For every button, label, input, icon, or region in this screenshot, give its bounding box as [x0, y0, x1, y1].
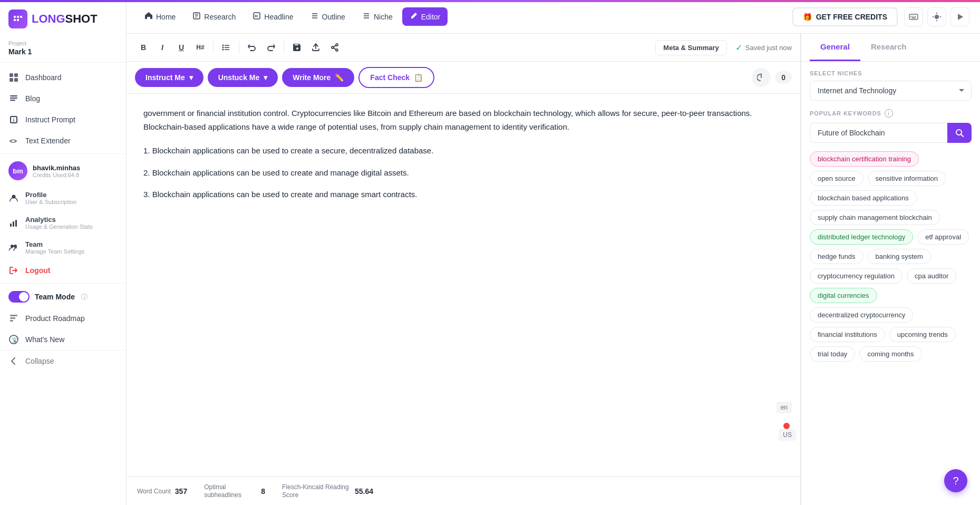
niche-select[interactable]: Internet and Technology — [810, 81, 972, 101]
bold-button[interactable]: B — [135, 39, 152, 56]
keyword-tag[interactable]: financial institutions — [810, 327, 885, 342]
user-section[interactable]: bm bhavik.minhas Credits Used:64.8 — [0, 156, 126, 186]
sidebar-item-text-extender[interactable]: <> Text Extender — [0, 130, 126, 151]
keyword-tag[interactable]: open source — [810, 171, 863, 186]
get-credits-button[interactable]: 🎁 GET FREE CREDITS — [792, 7, 898, 26]
team-mode-item[interactable]: Team Mode ⓘ — [0, 286, 126, 308]
save-button[interactable] — [288, 39, 305, 56]
keyword-tag[interactable]: cryptocurrency regulation — [810, 268, 903, 284]
tab-general[interactable]: General — [810, 34, 860, 61]
keywords-cloud: blockchain certification trainingopen so… — [810, 151, 972, 362]
tab-research[interactable]: Research — [860, 34, 917, 61]
keyword-tag[interactable]: supply chain management blockchain — [810, 210, 940, 225]
underline-button[interactable]: U — [173, 39, 190, 56]
help-fab-button[interactable]: ? — [944, 469, 967, 492]
sidebar-item-team[interactable]: Team Manage Team Settings — [0, 235, 126, 260]
nav-research[interactable]: Research — [185, 7, 243, 26]
export-button[interactable] — [307, 39, 324, 56]
svg-rect-2 — [14, 19, 16, 21]
fact-check-label: Fact Check — [370, 73, 410, 82]
keyword-tag[interactable]: trial today — [810, 346, 855, 362]
right-panel: General Research SELECT NICHES Internet … — [801, 34, 980, 505]
project-name: Mark 1 — [8, 47, 118, 56]
share-button[interactable] — [326, 39, 343, 56]
keyword-tag[interactable]: cpa auditor — [907, 268, 956, 284]
lang-indicator: en — [777, 402, 792, 413]
sidebar-item-profile[interactable]: Profile User & Subscription — [0, 186, 126, 210]
instruct-me-button[interactable]: Instruct Me ▾ — [135, 68, 203, 87]
svg-rect-24 — [10, 320, 13, 322]
user-credits: Credits Used:64.8 — [33, 172, 80, 178]
svg-text:i: i — [13, 118, 15, 123]
svg-rect-4 — [20, 16, 22, 18]
sidebar-item-whats-new[interactable]: 📡 What's New — [0, 329, 126, 350]
keywords-info-icon[interactable]: i — [885, 109, 893, 118]
svg-rect-6 — [14, 73, 18, 77]
dashboard-icon — [8, 72, 19, 83]
research-nav-icon — [192, 12, 201, 22]
toolbar-separator-2 — [239, 41, 239, 54]
svg-rect-7 — [9, 78, 13, 82]
sidebar-item-instruct[interactable]: i Instruct Prompt — [0, 109, 126, 130]
nav-outline[interactable]: Outline — [303, 7, 353, 26]
italic-button[interactable]: I — [154, 39, 171, 56]
keyword-tag[interactable]: hedge funds — [810, 249, 863, 264]
keyword-search-button[interactable] — [947, 123, 972, 143]
heading-button[interactable]: H# — [192, 39, 209, 56]
nav-home[interactable]: Home — [137, 7, 183, 26]
team-mode-toggle[interactable] — [8, 291, 30, 303]
analytics-icon — [8, 218, 19, 228]
keyword-tag[interactable]: digital currencies — [810, 288, 877, 303]
sidebar-item-logout[interactable]: Logout — [0, 260, 126, 281]
keyword-tag[interactable]: blockchain based applications — [810, 190, 917, 206]
logo-text: LONGSHOT — [32, 12, 98, 26]
sidebar-item-product-roadmap[interactable]: Product Roadmap — [0, 308, 126, 329]
unstuck-me-button[interactable]: Unstuck Me ▾ — [208, 68, 278, 87]
svg-rect-8 — [14, 78, 18, 82]
list-button[interactable] — [218, 39, 235, 56]
write-more-button[interactable]: Write More ✏️ — [282, 68, 354, 87]
svg-rect-40 — [910, 16, 911, 17]
collapse-item[interactable]: Collapse — [0, 350, 126, 372]
play-icon-btn[interactable] — [950, 7, 969, 26]
nav-editor[interactable]: Editor — [402, 7, 448, 26]
team-sub: Manage Team Settings — [25, 248, 84, 255]
text-extender-icon: <> — [8, 135, 19, 146]
undo-button[interactable] — [244, 39, 260, 56]
sidebar-item-blog[interactable]: Blog — [0, 88, 126, 109]
nav-headline[interactable]: H Headline — [245, 7, 300, 26]
svg-text:H: H — [255, 14, 258, 18]
sidebar-item-analytics[interactable]: Analytics Usage & Generation Stats — [0, 210, 126, 235]
keyword-search-input[interactable] — [810, 123, 947, 143]
keyboard-icon-btn[interactable] — [904, 7, 923, 26]
action-toolbar: Instruct Me ▾ Unstuck Me ▾ Write More ✏️… — [127, 62, 800, 94]
keyword-tag[interactable]: coming months — [859, 346, 921, 362]
sidebar-item-dashboard[interactable]: Dashboard — [0, 67, 126, 88]
tab-general-label: General — [820, 42, 850, 51]
keyword-tag[interactable]: banking system — [868, 249, 931, 264]
profile-icon — [8, 193, 19, 203]
svg-rect-18 — [15, 220, 17, 227]
optimal-label: Optimal subheadlines — [204, 483, 257, 499]
redo-button[interactable] — [263, 39, 279, 56]
meta-summary-button[interactable]: Meta & Summary — [655, 40, 726, 55]
nav-niche[interactable]: Niche — [355, 7, 400, 26]
keyword-tag[interactable]: sensitive information — [868, 171, 946, 186]
fact-check-icon: 📋 — [414, 73, 423, 82]
fact-check-button[interactable]: Fact Check 📋 — [358, 67, 434, 88]
svg-text:<>: <> — [9, 138, 17, 145]
keyword-tag[interactable]: blockchain certification training — [810, 151, 919, 167]
theme-toggle-btn[interactable] — [927, 7, 946, 26]
optimal-stat: Optimal subheadlines 8 — [204, 483, 265, 499]
roadmap-icon — [8, 313, 19, 324]
keyword-tag[interactable]: upcoming trends — [889, 327, 956, 342]
nav-research-label: Research — [204, 13, 236, 21]
logout-label: Logout — [25, 266, 50, 275]
keyword-tag[interactable]: distributed ledger technology — [810, 229, 913, 245]
power-button[interactable] — [752, 68, 771, 87]
editor-content[interactable]: government or financial institution cont… — [127, 94, 800, 477]
select-niches-label: SELECT NICHES — [810, 70, 972, 76]
keyword-tag[interactable]: etf approval — [917, 229, 969, 245]
keyword-tag[interactable]: decentralized cryptocurrency — [810, 307, 913, 323]
svg-rect-3 — [17, 19, 19, 21]
